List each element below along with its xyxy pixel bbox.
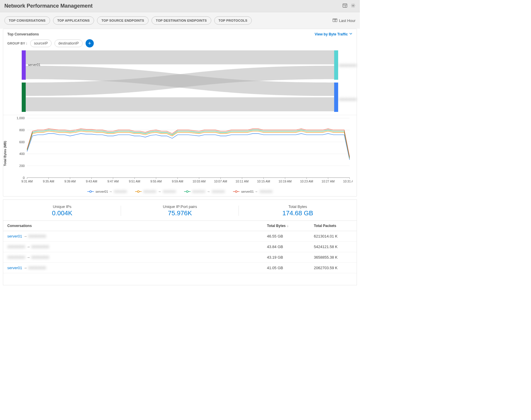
svg-point-3 xyxy=(353,5,354,6)
svg-point-64 xyxy=(235,191,237,192)
table-row[interactable]: XXXXXXX→XXXXXXX43.19 GB3658855.38 K xyxy=(3,252,357,263)
svg-text:9:31 AM: 9:31 AM xyxy=(21,180,33,183)
tab-top-conversations[interactable]: TOP CONVERSATIONS xyxy=(4,16,50,25)
table-row[interactable]: server01→XXXXXXX46.55 GB6213014.01 K xyxy=(3,231,357,242)
top-conversations-panel: Top Conversations View by Byte Traffic G… xyxy=(3,29,357,197)
view-by-label: View by Byte Traffic xyxy=(315,32,348,36)
svg-rect-0 xyxy=(343,4,347,7)
legend-item-1[interactable]: XXXXXX → XXXXXX xyxy=(135,190,176,193)
legend-item-2[interactable]: XXXXXX → XXXXXX xyxy=(184,190,225,193)
svg-text:9:55 AM: 9:55 AM xyxy=(150,180,162,183)
time-picker[interactable]: Last Hour xyxy=(333,18,355,23)
panel-title: Top Conversations xyxy=(7,32,39,36)
sankey-right-label-0: XXXXXXX xyxy=(339,63,357,68)
svg-text:200: 200 xyxy=(19,164,25,168)
svg-point-60 xyxy=(137,191,139,192)
svg-text:9:35 AM: 9:35 AM xyxy=(43,180,54,183)
svg-text:1,000: 1,000 xyxy=(17,116,25,120)
sankey-chart: server01 XXXXXXX XXXXXXX xyxy=(3,50,357,115)
groupby-chip-sourceip[interactable]: sourceIP xyxy=(30,40,52,47)
svg-rect-8 xyxy=(22,50,26,80)
stats-panel: Unique IPs 0.004K Unique IP:Port pairs 7… xyxy=(3,199,357,285)
groupby-label: GROUP BY : xyxy=(7,42,27,45)
svg-text:800: 800 xyxy=(19,128,25,132)
chevron-down-icon xyxy=(349,32,353,36)
stats-row: Unique IPs 0.004K Unique IP:Port pairs 7… xyxy=(3,200,357,221)
svg-text:10:15 AM: 10:15 AM xyxy=(257,180,270,183)
svg-text:10:03 AM: 10:03 AM xyxy=(193,180,206,183)
tab-top-protocols[interactable]: TOP PROTOCOLS xyxy=(214,16,252,25)
legend-item-3[interactable]: server01 → XXXXXX xyxy=(233,190,273,193)
tab-top-applications[interactable]: TOP APPLICATIONS xyxy=(53,16,94,25)
svg-point-62 xyxy=(186,191,188,192)
line-chart: Total Bytes (MB) 02004006008001,0009:31 … xyxy=(3,115,357,188)
th-conversations[interactable]: Conversations xyxy=(3,221,263,231)
legend-swatch-2 xyxy=(184,190,190,193)
svg-text:0: 0 xyxy=(23,176,25,180)
view-by-dropdown[interactable]: View by Byte Traffic xyxy=(315,32,353,36)
svg-rect-5 xyxy=(335,18,337,22)
conversations-table: Conversations Total Bytes↓ Total Packets… xyxy=(3,221,357,273)
svg-rect-4 xyxy=(333,18,335,22)
tabs-bar: TOP CONVERSATIONS TOP APPLICATIONS TOP S… xyxy=(0,12,360,29)
svg-text:9:59 AM: 9:59 AM xyxy=(172,180,183,183)
svg-text:9:43 AM: 9:43 AM xyxy=(86,180,97,183)
svg-text:10:19 AM: 10:19 AM xyxy=(279,180,292,183)
svg-text:10:31 AM: 10:31 AM xyxy=(343,180,353,183)
layout-icon[interactable] xyxy=(343,3,347,9)
svg-text:9:47 AM: 9:47 AM xyxy=(107,180,119,183)
legend-swatch-3 xyxy=(233,190,239,193)
legend-swatch-0 xyxy=(87,190,94,193)
svg-point-58 xyxy=(90,191,91,192)
svg-text:600: 600 xyxy=(19,140,25,144)
table-row[interactable]: XXXXXXX→XXXXXXX43.84 GB5424121.58 K xyxy=(3,242,357,252)
plus-icon: + xyxy=(88,40,91,47)
stat-unique-ips: Unique IPs 0.004K xyxy=(3,204,121,217)
legend-swatch-1 xyxy=(135,190,142,193)
time-picker-label: Last Hour xyxy=(339,18,355,23)
page-title: Network Performance Management xyxy=(4,3,93,9)
svg-text:9:51 AM: 9:51 AM xyxy=(129,180,140,183)
svg-text:10:07 AM: 10:07 AM xyxy=(214,180,227,183)
line-chart-legend: server01 → XXXXXX XXXXXX → XXXXXX XXXXXX… xyxy=(3,188,357,196)
svg-rect-10 xyxy=(334,50,338,80)
svg-text:10:27 AM: 10:27 AM xyxy=(321,180,335,183)
calendar-icon xyxy=(333,18,337,23)
svg-text:10:23 AM: 10:23 AM xyxy=(300,180,313,183)
tabs: TOP CONVERSATIONS TOP APPLICATIONS TOP S… xyxy=(4,16,252,25)
add-groupby-button[interactable]: + xyxy=(86,39,94,47)
tab-top-destination-endpoints[interactable]: TOP DESTINATION ENDPOINTS xyxy=(152,16,211,25)
th-total-bytes[interactable]: Total Bytes↓ xyxy=(263,221,310,231)
tab-top-source-endpoints[interactable]: TOP SOURCE ENDPOINTS xyxy=(97,16,149,25)
sort-desc-icon: ↓ xyxy=(287,224,289,228)
stat-total-bytes: Total Bytes 174.68 GB xyxy=(239,204,357,217)
page-header: Network Performance Management xyxy=(0,0,360,12)
stat-unique-ipport: Unique IP:Port pairs 75.976K xyxy=(121,204,239,217)
svg-text:400: 400 xyxy=(19,152,25,156)
y-axis-title: Total Bytes (MB) xyxy=(3,141,7,166)
svg-rect-9 xyxy=(22,83,26,112)
svg-text:9:39 AM: 9:39 AM xyxy=(64,180,76,183)
sankey-left-label-0: server01 xyxy=(28,63,40,67)
svg-rect-11 xyxy=(334,83,338,112)
legend-item-0[interactable]: server01 → XXXXXX xyxy=(87,190,127,193)
th-total-packets[interactable]: Total Packets xyxy=(310,221,357,231)
svg-text:10:11 AM: 10:11 AM xyxy=(236,180,249,183)
groupby-chip-destinationip[interactable]: destinationIP xyxy=(55,40,82,47)
sankey-right-label-1: XXXXXXX xyxy=(339,97,357,102)
table-row[interactable]: server01→XXXXXXX41.05 GB2062703.59 K xyxy=(3,263,357,273)
gear-icon[interactable] xyxy=(351,3,355,9)
